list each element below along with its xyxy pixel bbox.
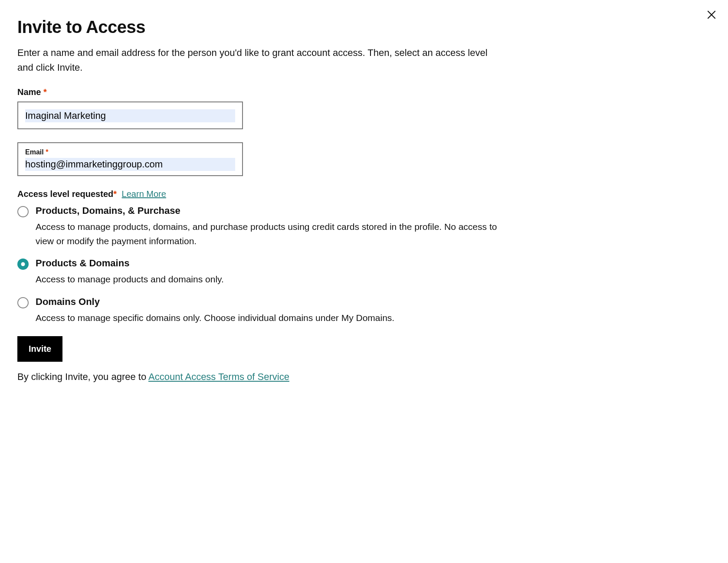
- radio-option-products-domains-purchase[interactable]: Products, Domains, & Purchase Access to …: [17, 205, 711, 248]
- name-input-container[interactable]: [17, 101, 243, 129]
- email-input-container[interactable]: Email *: [17, 142, 243, 176]
- email-label-text: Email: [25, 148, 44, 156]
- radio-title: Products, Domains, & Purchase: [36, 205, 711, 216]
- invite-button[interactable]: Invite: [17, 336, 62, 362]
- email-input[interactable]: [25, 158, 235, 171]
- agreement-text: By clicking Invite, you agree to Account…: [17, 371, 711, 383]
- radio-description: Access to manage products, domains, and …: [36, 220, 508, 248]
- radio-content: Domains Only Access to manage specific d…: [36, 296, 711, 325]
- name-input[interactable]: [25, 109, 235, 122]
- radio-description: Access to manage products and domains on…: [36, 272, 508, 287]
- access-level-radio-group: Products, Domains, & Purchase Access to …: [17, 205, 711, 325]
- email-field-group: Email *: [17, 142, 711, 176]
- radio-option-products-domains[interactable]: Products & Domains Access to manage prod…: [17, 258, 711, 287]
- page-title: Invite to Access: [17, 17, 711, 37]
- required-asterisk: *: [113, 189, 117, 199]
- radio-title: Products & Domains: [36, 258, 711, 269]
- close-icon: [706, 9, 717, 20]
- radio-button[interactable]: [17, 259, 29, 270]
- required-asterisk: *: [43, 87, 47, 97]
- radio-title: Domains Only: [36, 296, 711, 308]
- intro-text: Enter a name and email address for the p…: [17, 46, 495, 75]
- terms-link[interactable]: Account Access Terms of Service: [148, 371, 289, 382]
- radio-button[interactable]: [17, 206, 29, 217]
- agreement-prefix: By clicking Invite, you agree to: [17, 371, 148, 382]
- required-asterisk: *: [46, 148, 48, 156]
- name-label: Name *: [17, 87, 47, 97]
- email-inner-label: Email *: [25, 148, 235, 156]
- learn-more-link[interactable]: Learn More: [122, 189, 166, 199]
- name-label-text: Name: [17, 87, 41, 97]
- radio-option-domains-only[interactable]: Domains Only Access to manage specific d…: [17, 296, 711, 325]
- radio-button[interactable]: [17, 297, 29, 308]
- name-field-group: Name *: [17, 87, 711, 129]
- radio-content: Products & Domains Access to manage prod…: [36, 258, 711, 287]
- radio-description: Access to manage specific domains only. …: [36, 311, 508, 325]
- access-level-label: Access level requested* Learn More: [17, 189, 711, 199]
- radio-content: Products, Domains, & Purchase Access to …: [36, 205, 711, 248]
- close-button[interactable]: [705, 8, 718, 22]
- access-level-label-text: Access level requested: [17, 189, 113, 199]
